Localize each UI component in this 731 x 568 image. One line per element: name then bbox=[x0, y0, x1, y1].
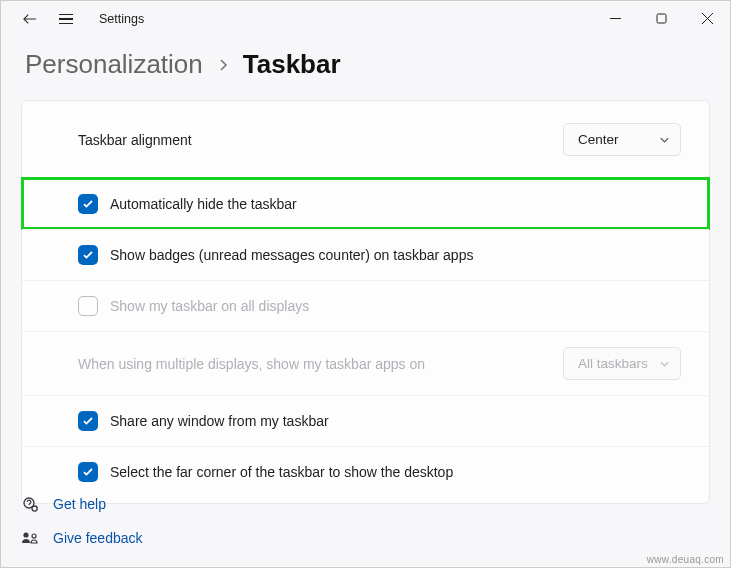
chevron-right-icon bbox=[217, 59, 229, 71]
svg-point-5 bbox=[32, 506, 37, 511]
far-corner-label: Select the far corner of the taskbar to … bbox=[110, 464, 681, 480]
share-window-row: Share any window from my taskbar bbox=[22, 395, 709, 446]
alignment-dropdown[interactable]: Center bbox=[563, 123, 681, 156]
far-corner-row: Select the far corner of the taskbar to … bbox=[22, 446, 709, 497]
show-all-displays-checkbox bbox=[78, 296, 98, 316]
maximize-button[interactable] bbox=[638, 1, 684, 35]
show-badges-checkbox[interactable] bbox=[78, 245, 98, 265]
show-badges-label: Show badges (unread messages counter) on… bbox=[110, 247, 681, 263]
page-title: Taskbar bbox=[243, 49, 341, 80]
give-feedback-label: Give feedback bbox=[53, 530, 143, 546]
chevron-down-icon bbox=[659, 134, 670, 145]
help-icon bbox=[21, 495, 39, 513]
breadcrumb: Personalization Taskbar bbox=[1, 37, 730, 100]
chevron-down-icon bbox=[659, 358, 670, 369]
footer-links: Get help Give feedback bbox=[21, 495, 710, 547]
svg-rect-1 bbox=[657, 14, 666, 23]
alignment-label: Taskbar alignment bbox=[78, 132, 563, 148]
svg-point-6 bbox=[23, 532, 28, 537]
multi-display-apps-label: When using multiple displays, show my ta… bbox=[78, 356, 563, 372]
nav-menu-button[interactable] bbox=[51, 4, 81, 34]
share-window-label: Share any window from my taskbar bbox=[110, 413, 681, 429]
give-feedback-link[interactable]: Give feedback bbox=[21, 529, 710, 547]
multi-display-dropdown: All taskbars bbox=[563, 347, 681, 380]
get-help-label: Get help bbox=[53, 496, 106, 512]
show-all-displays-row: Show my taskbar on all displays bbox=[22, 280, 709, 331]
watermark: www.deuaq.com bbox=[647, 554, 724, 565]
alignment-selected: Center bbox=[578, 132, 619, 147]
multi-display-selected: All taskbars bbox=[578, 356, 648, 371]
svg-point-7 bbox=[32, 534, 36, 538]
close-button[interactable] bbox=[684, 1, 730, 35]
auto-hide-label: Automatically hide the taskbar bbox=[110, 196, 681, 212]
settings-panel: Taskbar alignment Center Automatically h… bbox=[21, 100, 710, 504]
share-window-checkbox[interactable] bbox=[78, 411, 98, 431]
minimize-button[interactable] bbox=[592, 1, 638, 35]
app-title: Settings bbox=[99, 12, 144, 26]
breadcrumb-parent[interactable]: Personalization bbox=[25, 49, 203, 80]
back-button[interactable] bbox=[19, 12, 41, 26]
show-all-displays-label: Show my taskbar on all displays bbox=[110, 298, 681, 314]
get-help-link[interactable]: Get help bbox=[21, 495, 710, 513]
multi-display-apps-row: When using multiple displays, show my ta… bbox=[22, 331, 709, 395]
far-corner-checkbox[interactable] bbox=[78, 462, 98, 482]
show-badges-row: Show badges (unread messages counter) on… bbox=[22, 229, 709, 280]
auto-hide-checkbox[interactable] bbox=[78, 194, 98, 214]
taskbar-alignment-row: Taskbar alignment Center bbox=[22, 101, 709, 178]
window-controls bbox=[592, 1, 730, 35]
auto-hide-row: Automatically hide the taskbar bbox=[22, 178, 709, 229]
feedback-icon bbox=[21, 529, 39, 547]
